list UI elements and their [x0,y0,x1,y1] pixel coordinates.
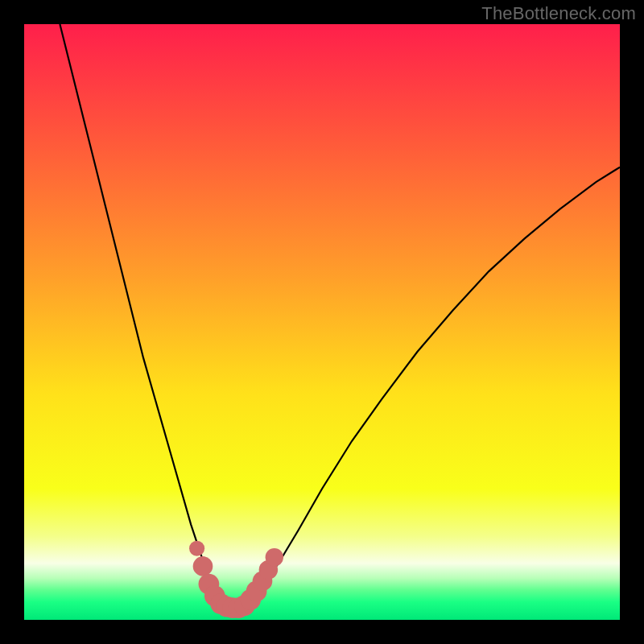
marker-dot [193,556,213,576]
chart-svg [24,24,620,620]
marker-dot [266,548,283,566]
watermark-text: TheBottleneck.com [481,3,636,24]
chart-frame: TheBottleneck.com [0,0,644,644]
plot-area [24,24,620,620]
marker-dot [189,541,204,556]
gradient-background [24,24,620,620]
